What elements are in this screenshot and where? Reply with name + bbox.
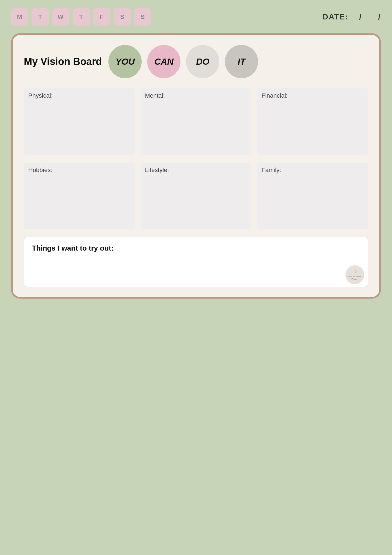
date-area: DATE: / / xyxy=(322,12,381,21)
vb-circles: YOUCANDOIT xyxy=(108,45,368,78)
logo-circle: ☽ ENVISION ME Planner xyxy=(345,265,364,284)
day-pill: T xyxy=(32,8,49,26)
section-box: Hobbies: xyxy=(24,163,135,229)
vb-title: My Vision Board xyxy=(24,56,102,67)
section-label: Financial: xyxy=(261,92,364,99)
day-pill: T xyxy=(73,8,90,26)
bottom-grid: Hobbies:Lifestyle:Family: xyxy=(24,163,368,229)
day-pills: MTWTFSS xyxy=(11,8,151,26)
section-label: Family: xyxy=(261,167,364,174)
section-box: Family: xyxy=(257,163,368,229)
top-grid: Physical:Mental:Financial: xyxy=(24,88,368,155)
main-card-wrapper: My Vision Board YOUCANDOIT Physical:Ment… xyxy=(11,33,381,299)
day-pill: W xyxy=(52,8,69,26)
section-box: Physical: xyxy=(24,88,135,155)
day-pill: S xyxy=(114,8,131,26)
day-pill: S xyxy=(134,8,151,26)
section-label: Mental: xyxy=(145,92,247,99)
day-pill: M xyxy=(11,8,28,26)
date-sep2: / xyxy=(378,12,381,21)
date-sep1: / xyxy=(359,12,362,21)
top-bar: MTWTFSS DATE: / / xyxy=(11,8,381,26)
section-label: Physical: xyxy=(28,92,131,99)
logo-area: ☽ ENVISION ME Planner xyxy=(345,265,364,284)
logo-line2: Planner xyxy=(352,278,358,280)
note-label: Things I want to try out: xyxy=(32,244,360,253)
section-label: Hobbies: xyxy=(28,167,131,174)
vb-circle-you: YOU xyxy=(108,45,142,78)
date-label: DATE: xyxy=(322,12,348,21)
section-box: Mental: xyxy=(141,88,252,155)
logo-moon: ☽ xyxy=(353,269,357,275)
vb-circle-can: CAN xyxy=(147,45,180,78)
vb-circle-do: DO xyxy=(186,45,219,78)
logo-line1: ENVISION ME xyxy=(348,275,361,278)
day-pill: F xyxy=(93,8,110,26)
section-box: Lifestyle: xyxy=(141,163,252,229)
section-label: Lifestyle: xyxy=(145,167,247,174)
note-box: Things I want to try out: xyxy=(24,237,368,287)
main-card: My Vision Board YOUCANDOIT Physical:Ment… xyxy=(11,33,381,299)
section-box: Financial: xyxy=(257,88,368,155)
vb-header: My Vision Board YOUCANDOIT xyxy=(24,45,368,78)
vb-circle-it: IT xyxy=(225,45,258,78)
